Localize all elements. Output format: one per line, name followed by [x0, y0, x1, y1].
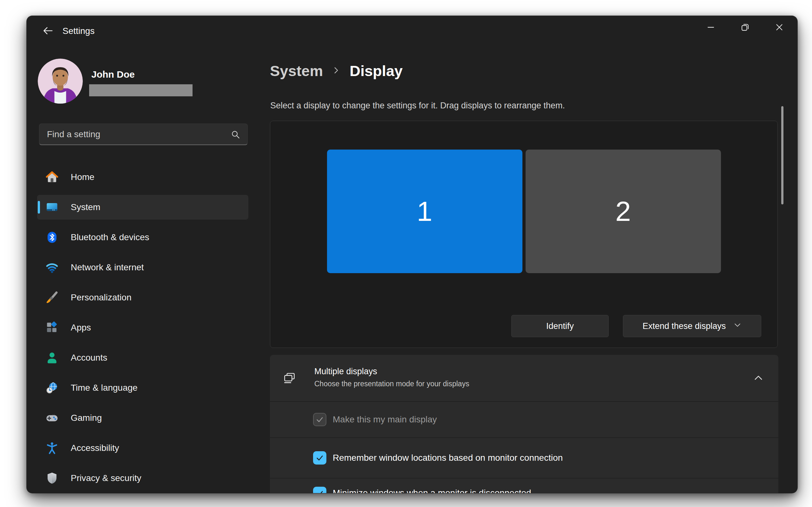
- display-mode-dropdown[interactable]: Extend these displays: [623, 315, 761, 337]
- main-display-checkbox: [313, 413, 326, 426]
- back-arrow-icon: [42, 24, 54, 38]
- gamepad-icon: [45, 411, 59, 425]
- search-input[interactable]: [39, 124, 247, 145]
- close-icon: [774, 22, 785, 34]
- sidebar-item-system[interactable]: System: [37, 195, 248, 220]
- restore-icon: [740, 22, 751, 34]
- minimize-windows-label: Minimize windows when a monitor is disco…: [333, 488, 531, 493]
- identify-button[interactable]: Identify: [511, 315, 609, 337]
- remember-locations-label: Remember window locations based on monit…: [333, 453, 563, 463]
- sidebar-item-label: Privacy & security: [71, 473, 142, 483]
- apps-icon: [45, 321, 59, 334]
- sidebar-item-gaming[interactable]: Gaming: [37, 406, 248, 430]
- wifi-icon: [45, 261, 59, 274]
- display-arrangement-card: 1 2 Identify Extend these displays: [270, 121, 778, 348]
- person-icon: [45, 351, 59, 364]
- user-avatar: [38, 59, 83, 104]
- scrollbar-thumb[interactable]: [781, 106, 783, 205]
- page-title: Display: [350, 62, 403, 79]
- bluetooth-icon: [45, 231, 59, 244]
- back-button[interactable]: [41, 24, 55, 39]
- monitor-1[interactable]: 1: [327, 150, 522, 273]
- chevron-down-icon: [733, 321, 742, 331]
- globe-clock-icon: [45, 381, 59, 395]
- sidebar-item-label: System: [71, 202, 100, 212]
- settings-window: Settings: [27, 16, 798, 493]
- display-mode-label: Extend these displays: [643, 321, 726, 331]
- identify-button-label: Identify: [546, 321, 574, 331]
- sidebar-item-label: Gaming: [71, 413, 102, 423]
- setting-row-remember-locations: Remember window locations based on monit…: [270, 438, 778, 478]
- multiple-displays-title: Multiple displays: [314, 367, 377, 377]
- breadcrumb-system[interactable]: System: [270, 62, 323, 79]
- main-display-label: Make this my main display: [333, 414, 437, 425]
- minimize-windows-checkbox[interactable]: [313, 487, 326, 493]
- sidebar-item-privacy-security[interactable]: Privacy & security: [37, 466, 248, 491]
- page-description: Select a display to change the settings …: [270, 101, 565, 111]
- sidebar-item-label: Accounts: [71, 353, 107, 363]
- app-title: Settings: [62, 16, 95, 46]
- sidebar-item-label: Network & internet: [71, 262, 144, 273]
- system-icon: [45, 201, 59, 214]
- multiple-displays-card: Multiple displays Choose the presentatio…: [270, 355, 778, 493]
- user-email-redacted: [89, 84, 193, 96]
- accessibility-icon: [45, 441, 59, 455]
- breadcrumb-chevron-icon: [332, 66, 341, 76]
- minimize-icon: [705, 21, 716, 34]
- chevron-up-icon[interactable]: [753, 373, 764, 385]
- home-icon: [45, 170, 59, 184]
- sidebar-item-label: Apps: [71, 323, 91, 333]
- sidebar-item-accessibility[interactable]: Accessibility: [37, 436, 248, 460]
- user-name: John Doe: [91, 69, 135, 80]
- sidebar-item-label: Home: [71, 172, 95, 182]
- sidebar-item-network-internet[interactable]: Network & internet: [37, 255, 248, 280]
- sidebar-item-label: Personalization: [71, 292, 131, 302]
- close-button[interactable]: [769, 20, 789, 36]
- search-icon: [230, 129, 241, 141]
- sidebar-item-bluetooth-devices[interactable]: Bluetooth & devices: [37, 225, 248, 250]
- sidebar-item-label: Time & language: [71, 383, 138, 393]
- sidebar-nav: Home System Bluetooth & devices Network …: [37, 165, 248, 491]
- monitor-1-number: 1: [417, 195, 432, 228]
- paintbrush-icon: [45, 291, 59, 304]
- selected-indicator: [38, 201, 40, 214]
- setting-row-main-display: Make this my main display: [270, 402, 778, 437]
- titlebar: Settings: [27, 16, 798, 46]
- sidebar-item-accounts[interactable]: Accounts: [37, 345, 248, 370]
- monitor-arrangement: 1 2: [327, 150, 721, 273]
- monitor-2-number: 2: [615, 195, 631, 228]
- sidebar-item-home[interactable]: Home: [37, 165, 248, 189]
- minimize-button[interactable]: [701, 20, 721, 36]
- sidebar-item-label: Accessibility: [71, 443, 119, 453]
- sidebar-item-apps[interactable]: Apps: [37, 315, 248, 340]
- user-profile[interactable]: John Doe: [38, 59, 253, 105]
- maximize-button[interactable]: [735, 20, 755, 36]
- sidebar-item-personalization[interactable]: Personalization: [37, 285, 248, 310]
- shield-icon: [45, 471, 59, 485]
- multiple-displays-expander[interactable]: Multiple displays Choose the presentatio…: [270, 355, 778, 401]
- breadcrumb: System Display: [270, 62, 403, 79]
- sidebar-item-time-language[interactable]: Time & language: [37, 376, 248, 400]
- multi-monitor-icon: [283, 371, 297, 385]
- search-box: [39, 124, 248, 145]
- monitor-2[interactable]: 2: [525, 150, 721, 273]
- sidebar-item-label: Bluetooth & devices: [71, 232, 149, 242]
- multiple-displays-subtitle: Choose the presentation mode for your di…: [314, 380, 469, 388]
- remember-locations-checkbox[interactable]: [313, 451, 326, 464]
- setting-row-minimize-windows: Minimize windows when a monitor is disco…: [270, 478, 778, 493]
- window-controls: [701, 20, 789, 36]
